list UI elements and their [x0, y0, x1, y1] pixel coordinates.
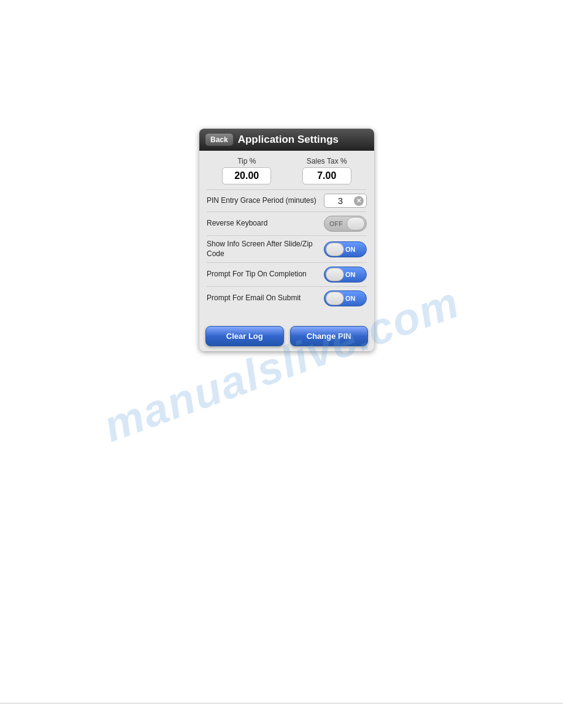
sales-tax-label: Sales Tax % — [307, 157, 347, 165]
bottom-divider — [0, 703, 563, 703]
info-screen-toggle[interactable]: ON — [324, 241, 367, 257]
toggle-on-label-info: ON — [345, 246, 356, 253]
tip-input[interactable] — [222, 167, 271, 184]
pin-grace-control: 3 ✕ — [324, 194, 367, 208]
panel-title: Application Settings — [238, 134, 339, 146]
sales-tax-input[interactable] — [302, 167, 351, 184]
pin-input-wrap: 3 ✕ — [324, 194, 367, 208]
back-button[interactable]: Back — [205, 134, 233, 146]
email-submit-label: Prompt For Email On Submit — [207, 294, 324, 303]
panel-header: Back Application Settings — [199, 129, 374, 151]
toggle-thumb-email — [326, 292, 344, 305]
bottom-buttons: Clear Log Change PIN — [199, 319, 374, 351]
tip-col: Tip % — [207, 157, 287, 184]
sales-tax-col: Sales Tax % — [287, 157, 367, 184]
reverse-keyboard-label: Reverse Keyboard — [207, 219, 324, 229]
clear-log-button[interactable]: Clear Log — [205, 326, 284, 346]
setting-row-tip-completion: Prompt For Tip On Completion ON — [207, 262, 367, 286]
change-pin-button[interactable]: Change PIN — [290, 326, 369, 346]
reverse-keyboard-toggle[interactable]: OFF — [324, 216, 367, 232]
pin-clear-button[interactable]: ✕ — [354, 196, 364, 206]
tip-completion-control: ON — [324, 267, 367, 282]
email-submit-control: ON — [324, 290, 367, 306]
setting-row-reverse-keyboard: Reverse Keyboard OFF — [207, 211, 367, 235]
setting-row-email-submit: Prompt For Email On Submit ON — [207, 286, 367, 310]
tip-tax-row: Tip % Sales Tax % — [207, 157, 367, 184]
toggle-thumb-tip — [326, 268, 344, 281]
tip-label: Tip % — [237, 157, 256, 165]
tip-completion-toggle[interactable]: ON — [324, 267, 367, 282]
toggle-thumb — [347, 217, 365, 230]
app-settings-panel: Back Application Settings Tip % Sales Ta… — [199, 129, 374, 351]
settings-rows: PIN Entry Grace Period (minutes) 3 ✕ Rev… — [207, 189, 367, 310]
setting-row-info-screen: Show Info Screen After Slide/Zip Code ON — [207, 235, 367, 262]
info-screen-label: Show Info Screen After Slide/Zip Code — [207, 240, 324, 259]
panel-content: Tip % Sales Tax % PIN Entry Grace Period… — [199, 151, 374, 319]
toggle-thumb-on — [326, 243, 344, 256]
setting-row-pin-grace: PIN Entry Grace Period (minutes) 3 ✕ — [207, 189, 367, 211]
toggle-on-label-tip: ON — [345, 271, 356, 278]
reverse-keyboard-control: OFF — [324, 216, 367, 232]
info-screen-control: ON — [324, 241, 367, 257]
toggle-on-label-email: ON — [345, 295, 356, 302]
email-submit-toggle[interactable]: ON — [324, 290, 367, 306]
tip-completion-label: Prompt For Tip On Completion — [207, 270, 324, 279]
toggle-off-label: OFF — [329, 220, 343, 227]
pin-grace-label: PIN Entry Grace Period (minutes) — [207, 196, 324, 206]
pin-grace-value: 3 — [327, 195, 354, 206]
